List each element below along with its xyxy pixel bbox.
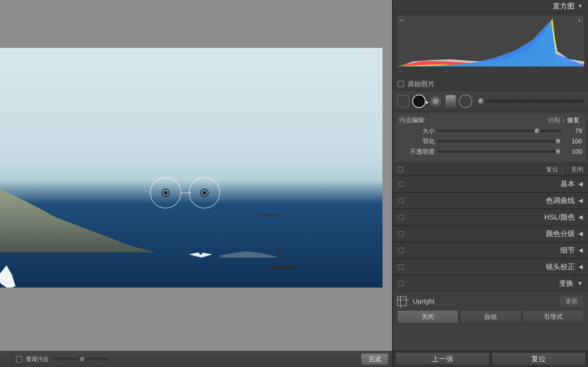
show-spots-label: 显现污点 (26, 355, 49, 363)
bird-shape (256, 214, 285, 217)
histogram[interactable]: ▲ ▲ (397, 15, 584, 67)
spot-reset-link[interactable]: 复位 (546, 165, 558, 174)
spot-mode-clone[interactable]: 仿制 (545, 116, 563, 124)
boat-shape (267, 259, 298, 269)
show-spots-checkbox[interactable] (16, 356, 22, 362)
crop-tool-icon[interactable] (397, 95, 409, 107)
section-label: 色调曲线 (546, 196, 575, 205)
section-tone-curve[interactable]: 色调曲线 ◀ (393, 192, 588, 209)
size-value[interactable]: 79 (561, 127, 582, 135)
spot-panel-toggle[interactable] (398, 167, 403, 172)
opacity-value[interactable]: 100 (561, 148, 582, 155)
histogram-wrap: ▲ ▲ ––––– (393, 12, 588, 77)
original-photo-row[interactable]: 原始照片 (393, 77, 588, 91)
feather-value[interactable]: 100 (561, 138, 582, 145)
spot-panel-footer: 复位 | 关闭 (393, 163, 588, 176)
bird-shape (0, 265, 16, 288)
collapse-left-icon: ◀ (578, 230, 583, 237)
section-basic[interactable]: 基本 ◀ (393, 176, 588, 192)
spot-source-marker[interactable] (150, 177, 181, 208)
upright-auto-button[interactable]: 自动 (460, 310, 521, 323)
upright-crop-icon[interactable] (397, 297, 407, 306)
transform-body: Upright 更新 关闭 自动 引导式 (393, 292, 588, 326)
collapse-left-icon: ◀ (578, 247, 583, 254)
section-label: 变换 (559, 278, 574, 288)
done-button[interactable]: 完成 (361, 353, 388, 365)
gradient-tool-icon[interactable] (445, 95, 456, 107)
spot-dest-marker[interactable] (189, 177, 220, 208)
spot-tool-icon[interactable] (412, 94, 426, 108)
section-toggle[interactable] (398, 231, 403, 236)
reset-button[interactable]: 复位 (492, 353, 586, 365)
histogram-ticks: ––––– (397, 67, 584, 75)
upright-off-button[interactable]: 关闭 (397, 310, 458, 323)
upright-label: Upright (413, 297, 435, 305)
section-toggle[interactable] (398, 248, 403, 253)
section-label: 基本 (560, 179, 575, 189)
opacity-label: 不透明度 (399, 148, 438, 156)
section-lens-corrections[interactable]: 镜头校正 ◀ (393, 259, 588, 275)
prev-photo-button[interactable]: 上一张 (396, 353, 489, 365)
bird-shape (189, 252, 212, 258)
section-label: HSL/颜色 (544, 212, 575, 222)
opacity-slider[interactable] (438, 151, 561, 153)
upright-update-button[interactable]: 更新 (560, 295, 584, 307)
section-toggle[interactable] (398, 198, 403, 203)
collapse-left-icon: ◀ (578, 181, 583, 187)
feather-slider[interactable] (438, 140, 561, 142)
upright-guided-button[interactable]: 引导式 (523, 310, 584, 323)
section-color-grading[interactable]: 颜色分级 ◀ (393, 225, 588, 242)
spot-edit-panel: 污点编辑: 仿制 | 修复 大小 79 羽化 100 不透明度 100 (395, 113, 586, 162)
section-label: 颜色分级 (546, 229, 575, 239)
canvas-area: 显现污点 完成 (0, 0, 392, 367)
spot-edit-label: 污点编辑: (399, 116, 426, 124)
collapse-left-icon: ◀ (578, 214, 583, 221)
size-label: 大小 (399, 127, 438, 135)
highlight-clip-indicator[interactable]: ▲ (576, 17, 583, 23)
histogram-title: 直方图 (553, 1, 575, 11)
section-toggle[interactable] (398, 281, 403, 286)
histogram-svg (397, 15, 584, 67)
brush-size-slider[interactable] (477, 100, 584, 102)
toolstrip (393, 91, 588, 112)
section-transform[interactable]: 变换 ▼ (393, 275, 588, 292)
redeye-tool-icon[interactable] (429, 94, 442, 108)
section-label: 细节 (560, 245, 575, 255)
section-toggle[interactable] (398, 264, 403, 269)
section-label: 镜头校正 (546, 262, 575, 272)
feather-label: 羽化 (399, 137, 438, 145)
photo-preview[interactable] (0, 48, 383, 288)
collapse-left-icon: ◀ (578, 197, 583, 204)
section-detail[interactable]: 细节 ◀ (393, 242, 588, 259)
size-slider[interactable] (438, 130, 561, 132)
section-toggle[interactable] (398, 181, 403, 187)
canvas-viewport[interactable] (0, 0, 392, 351)
shadow-clip-indicator[interactable]: ▲ (399, 17, 405, 23)
expand-down-icon: ▼ (578, 3, 583, 9)
spot-mode-heal[interactable]: 修复 (564, 116, 582, 124)
right-panel: 直方图 ▼ ▲ ▲ ––––– 原始照片 (392, 0, 588, 367)
section-hsl-color[interactable]: HSL/颜色 ◀ (393, 209, 588, 225)
histogram-panel-header[interactable]: 直方图 ▼ (393, 0, 588, 12)
bottom-toolbar: 显现污点 完成 (0, 351, 392, 367)
expand-down-icon: ▼ (577, 280, 583, 287)
radial-tool-icon[interactable] (459, 94, 472, 108)
collapse-left-icon: ◀ (578, 263, 583, 270)
sections-scroll[interactable]: 基本 ◀ 色调曲线 ◀ HSL/颜色 ◀ 颜色分级 ◀ 细节 ◀ (393, 176, 588, 350)
section-toggle[interactable] (398, 215, 403, 220)
original-photo-label: 原始照片 (408, 79, 435, 89)
bottom-actions: 上一张 复位 (393, 350, 588, 367)
landscape-island (220, 247, 277, 258)
original-photo-checkbox[interactable] (398, 81, 404, 87)
landscape-hill (0, 185, 155, 252)
spot-close-link[interactable]: 关闭 (571, 165, 583, 174)
spots-threshold-slider[interactable] (54, 358, 108, 360)
